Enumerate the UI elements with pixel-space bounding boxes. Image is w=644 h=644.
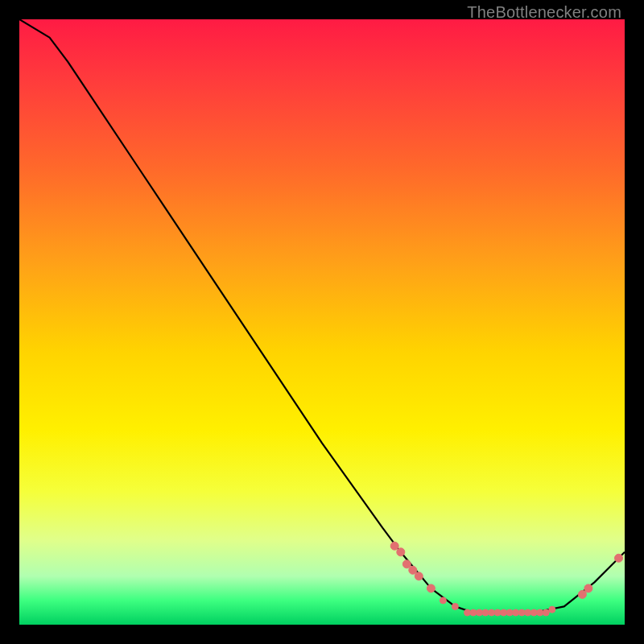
data-marker bbox=[415, 572, 423, 580]
marker-layer bbox=[390, 542, 622, 616]
data-marker bbox=[427, 584, 435, 592]
chart-svg bbox=[19, 19, 625, 625]
data-marker bbox=[543, 609, 549, 616]
data-marker bbox=[506, 609, 513, 616]
data-marker bbox=[615, 554, 623, 562]
data-marker bbox=[494, 609, 501, 616]
data-marker bbox=[452, 603, 458, 609]
data-marker bbox=[530, 609, 537, 616]
data-marker bbox=[390, 542, 398, 550]
data-marker bbox=[584, 584, 592, 592]
data-marker bbox=[402, 560, 411, 568]
bottleneck-curve bbox=[19, 19, 625, 613]
data-marker bbox=[409, 566, 417, 574]
data-marker bbox=[501, 609, 507, 616]
data-marker bbox=[477, 609, 483, 616]
data-marker bbox=[397, 548, 405, 556]
data-marker bbox=[518, 609, 525, 616]
data-marker bbox=[482, 609, 489, 616]
data-marker bbox=[464, 609, 471, 616]
data-marker bbox=[525, 609, 531, 616]
data-marker bbox=[470, 609, 477, 616]
data-marker bbox=[578, 590, 586, 598]
chart-canvas bbox=[19, 19, 625, 625]
data-marker bbox=[440, 597, 446, 604]
data-marker bbox=[489, 609, 495, 616]
data-marker bbox=[513, 609, 519, 616]
data-marker bbox=[549, 606, 555, 613]
data-marker bbox=[537, 609, 543, 616]
